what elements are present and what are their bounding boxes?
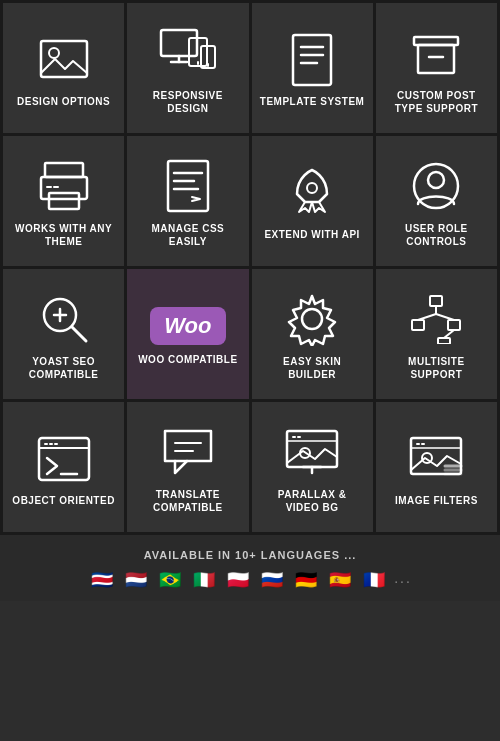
image-filters-icon bbox=[406, 431, 466, 486]
cell-label: MANAGE CSS EASILY bbox=[135, 222, 240, 248]
cell-label: DESIGN OPTIONS bbox=[17, 95, 110, 108]
flag-fr: 🇫🇷 bbox=[360, 571, 388, 591]
archive-icon bbox=[406, 26, 466, 81]
svg-line-38 bbox=[436, 314, 454, 320]
cell-translate[interactable]: TRANSLATE COMPATIBLE bbox=[127, 402, 248, 532]
cell-label: RESPONSIVE DESIGN bbox=[135, 89, 240, 115]
svg-line-37 bbox=[418, 314, 436, 320]
svg-rect-9 bbox=[293, 35, 331, 85]
cell-label: WOO COMPATIBLE bbox=[138, 353, 237, 366]
flag-cr: 🇨🇷 bbox=[88, 571, 116, 591]
cell-parallax[interactable]: PARALLAX & VIDEO BG bbox=[252, 402, 373, 532]
flag-nl: 🇳🇱 bbox=[122, 571, 150, 591]
search-icon bbox=[34, 292, 94, 347]
cell-api[interactable]: EXTEND WITH API bbox=[252, 136, 373, 266]
template-icon bbox=[282, 32, 342, 87]
chat-icon bbox=[158, 425, 218, 480]
terminal-icon bbox=[34, 431, 94, 486]
svg-point-25 bbox=[307, 183, 317, 193]
printer-icon bbox=[34, 159, 94, 214]
cell-image-filters[interactable]: IMAGE FILTERS bbox=[376, 402, 497, 532]
cell-oo[interactable]: OBJECT ORIENTED bbox=[3, 402, 124, 532]
cell-label: EXTEND WITH API bbox=[264, 228, 359, 241]
footer-title: AVAILABLE IN 10+ LANGUAGES ... bbox=[10, 549, 490, 561]
woo-icon: Woo bbox=[158, 307, 218, 345]
flags-row: 🇨🇷 🇳🇱 🇧🇷 🇮🇹 🇵🇱 🇷🇺 🇩🇪 🇪🇸 🇫🇷 ··· bbox=[10, 571, 490, 591]
cell-label: YOAST SEO COMPATIBLE bbox=[11, 355, 116, 381]
cell-label: TEMPLATE SYSTEM bbox=[260, 95, 365, 108]
cell-css[interactable]: MANAGE CSS EASILY bbox=[127, 136, 248, 266]
flag-ru: 🇷🇺 bbox=[258, 571, 286, 591]
svg-rect-16 bbox=[45, 163, 83, 177]
svg-point-32 bbox=[302, 309, 322, 329]
multisite-icon bbox=[406, 292, 466, 347]
cell-label: IMAGE FILTERS bbox=[395, 494, 478, 507]
svg-line-29 bbox=[72, 327, 86, 341]
cell-label: USER ROLE CONTROLS bbox=[384, 222, 489, 248]
svg-rect-21 bbox=[168, 161, 208, 211]
user-icon bbox=[406, 159, 466, 214]
cell-skin[interactable]: EASY SKIN BUILDER bbox=[252, 269, 373, 399]
svg-rect-18 bbox=[49, 193, 79, 209]
cell-template[interactable]: TEMPLATE SYSTEM bbox=[252, 3, 373, 133]
svg-rect-2 bbox=[161, 30, 197, 56]
svg-rect-33 bbox=[430, 296, 442, 306]
svg-rect-14 bbox=[418, 45, 454, 73]
svg-rect-0 bbox=[41, 41, 87, 77]
parallax-icon bbox=[282, 425, 342, 480]
cell-yoast[interactable]: YOAST SEO COMPATIBLE bbox=[3, 269, 124, 399]
svg-rect-34 bbox=[412, 320, 424, 330]
cell-user-role[interactable]: USER ROLE CONTROLS bbox=[376, 136, 497, 266]
css-icon bbox=[158, 159, 218, 214]
image-icon bbox=[34, 32, 94, 87]
cell-label: WORKS WITH ANY THEME bbox=[11, 222, 116, 248]
cell-woo[interactable]: Woo WOO COMPATIBLE bbox=[127, 269, 248, 399]
responsive-icon bbox=[158, 26, 218, 81]
rocket-icon bbox=[282, 165, 342, 220]
gear-icon bbox=[282, 292, 342, 347]
cell-multisite[interactable]: MULTISITE SUPPORT bbox=[376, 269, 497, 399]
svg-line-40 bbox=[444, 330, 454, 338]
cell-label: EASY SKIN BUILDER bbox=[260, 355, 365, 381]
cell-design-options[interactable]: DESIGN OPTIONS bbox=[3, 3, 124, 133]
flag-de: 🇩🇪 bbox=[292, 571, 320, 591]
flag-pl: 🇵🇱 bbox=[224, 571, 252, 591]
flag-br: 🇧🇷 bbox=[156, 571, 184, 591]
cell-label: TRANSLATE COMPATIBLE bbox=[135, 488, 240, 514]
cell-label: MULTISITE SUPPORT bbox=[384, 355, 489, 381]
more-dots: ··· bbox=[394, 573, 412, 589]
flag-it: 🇮🇹 bbox=[190, 571, 218, 591]
woo-badge-text: Woo bbox=[150, 307, 225, 345]
cell-label: CUSTOM POST TYPE SUPPORT bbox=[384, 89, 489, 115]
flag-es: 🇪🇸 bbox=[326, 571, 354, 591]
svg-point-1 bbox=[49, 48, 59, 58]
cell-label: OBJECT ORIENTED bbox=[12, 494, 115, 507]
footer-section: AVAILABLE IN 10+ LANGUAGES ... 🇨🇷 🇳🇱 🇧🇷 … bbox=[0, 535, 500, 601]
svg-rect-35 bbox=[448, 320, 460, 330]
features-grid: DESIGN OPTIONS RESPONSIVE DESIGN bbox=[0, 0, 500, 535]
svg-point-27 bbox=[428, 172, 444, 188]
cell-works-theme[interactable]: WORKS WITH ANY THEME bbox=[3, 136, 124, 266]
cell-custom-post[interactable]: CUSTOM POST TYPE SUPPORT bbox=[376, 3, 497, 133]
cell-responsive[interactable]: RESPONSIVE DESIGN bbox=[127, 3, 248, 133]
cell-label: PARALLAX & VIDEO BG bbox=[260, 488, 365, 514]
